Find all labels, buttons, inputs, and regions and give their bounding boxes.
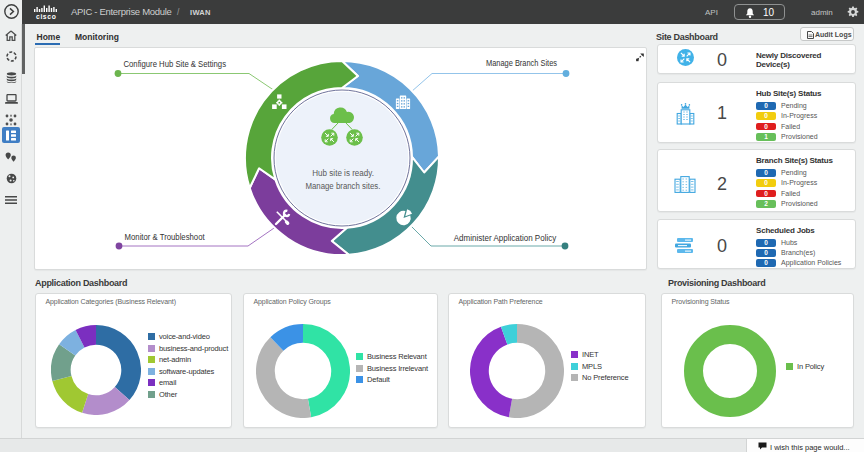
svg-text:Hub site is ready.: Hub site is ready.: [312, 168, 374, 178]
svg-text:Configure Hub Site & Settings: Configure Hub Site & Settings: [124, 59, 227, 69]
svg-text:cisco: cisco: [36, 13, 56, 19]
svg-text:Monitor & Troubleshoot: Monitor & Troubleshoot: [125, 232, 205, 242]
svg-text:Manage branch sites.: Manage branch sites.: [305, 181, 380, 191]
svg-text:Administer Application Policy: Administer Application Policy: [454, 233, 557, 243]
svg-text:Manage Branch Sites: Manage Branch Sites: [486, 58, 557, 68]
